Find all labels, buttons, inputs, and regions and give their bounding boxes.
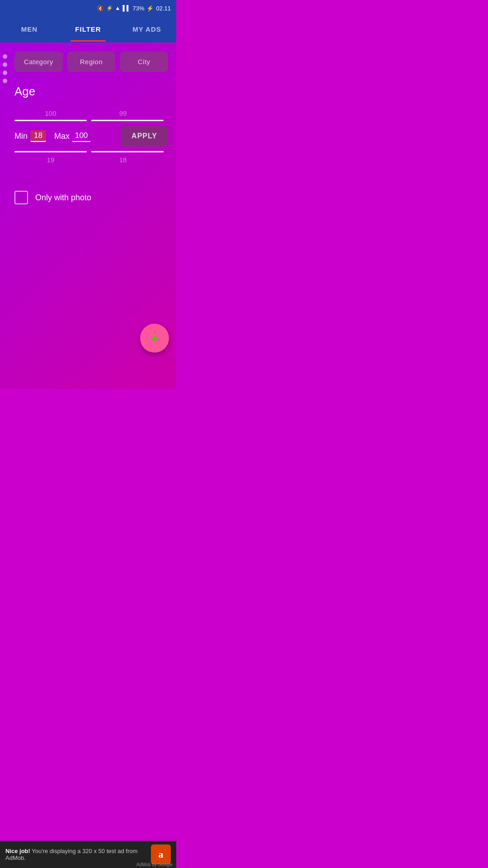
max-value[interactable]: 100 xyxy=(72,130,90,142)
checkbox-label: Only with photo xyxy=(35,193,91,203)
tab-bar: MEN FILTER MY ADS xyxy=(0,16,176,42)
slider-bottom-left: 19 xyxy=(14,156,87,164)
battery-percent: 73% xyxy=(132,5,144,12)
time: 02.11 xyxy=(156,5,171,12)
slider-top-right: 99 xyxy=(87,109,159,117)
status-icons: 🔇 ⚡ ▲ ▌▌ 73% ⚡ 02.11 xyxy=(97,5,171,12)
slider-tracks-bottom xyxy=(14,151,168,152)
region-button[interactable]: Region xyxy=(67,52,116,72)
fab-plus-icon: + xyxy=(150,331,159,345)
slider-top-left: 100 xyxy=(14,109,87,117)
dot-1 xyxy=(3,54,7,59)
wifi-icon: ▲ xyxy=(115,5,121,11)
slider-track-max[interactable] xyxy=(91,120,164,121)
status-bar: 🔇 ⚡ ▲ ▌▌ 73% ⚡ 02.11 xyxy=(0,0,176,16)
mute-icon: 🔇 xyxy=(97,5,104,12)
age-section: Age 100 99 Min 18 Max 100 APPLY xyxy=(14,85,168,164)
min-max-row: Min 18 Max 100 APPLY xyxy=(14,126,168,146)
slider-track-min[interactable] xyxy=(14,120,87,121)
tab-my-ads[interactable]: MY ADS xyxy=(117,16,176,42)
age-title: Age xyxy=(14,85,168,99)
only-with-photo-checkbox[interactable] xyxy=(14,191,28,204)
slider-bottom-right: 18 xyxy=(87,156,159,164)
tab-filter[interactable]: FILTER xyxy=(59,16,117,42)
checkbox-row: Only with photo xyxy=(14,191,168,204)
slider-track-bottom-min[interactable] xyxy=(14,151,87,152)
tab-men[interactable]: MEN xyxy=(0,16,59,42)
apply-button[interactable]: APPLY xyxy=(121,126,168,146)
max-label: Max xyxy=(54,132,70,141)
slider-tracks-top xyxy=(14,120,168,121)
bluetooth-icon: ⚡ xyxy=(106,5,113,11)
dot-2 xyxy=(3,62,7,67)
slider-track-bottom-max[interactable] xyxy=(91,151,164,152)
page-dots xyxy=(3,54,7,83)
filter-buttons-row: Category Region City xyxy=(14,52,168,72)
dot-4 xyxy=(3,79,7,83)
city-button[interactable]: City xyxy=(120,52,168,72)
category-button[interactable]: Category xyxy=(14,52,63,72)
slider-bottom-labels: 19 18 xyxy=(14,156,168,164)
battery-icon: ⚡ xyxy=(146,5,154,12)
slider-top-labels: 100 99 xyxy=(14,109,168,117)
signal-icon: ▌▌ xyxy=(122,5,130,11)
min-value[interactable]: 18 xyxy=(30,130,46,142)
fab-add-button[interactable]: + xyxy=(140,324,169,353)
main-content: Category Region City Age 100 99 Min 18 M… xyxy=(0,42,176,389)
dot-3 xyxy=(3,71,7,75)
min-label: Min xyxy=(14,132,28,141)
